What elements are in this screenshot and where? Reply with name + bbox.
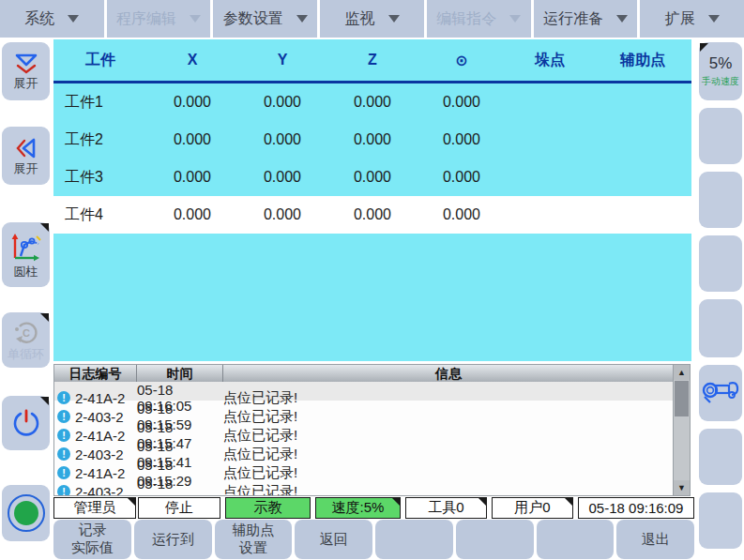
corner-marker bbox=[392, 498, 400, 506]
log-col-time: 时间 bbox=[137, 365, 223, 382]
menu-item-extension[interactable]: 扩展 bbox=[640, 0, 744, 38]
run-to-button[interactable]: 运行到 bbox=[134, 520, 212, 559]
x-value: 0.000 bbox=[147, 94, 237, 111]
log-code: 2-41A-2 bbox=[75, 428, 125, 444]
menu-item-program-edit: 程序编辑 bbox=[107, 0, 211, 38]
status-user[interactable]: 用户0 bbox=[492, 497, 573, 519]
info-balloon-icon: ! bbox=[57, 410, 70, 423]
col-header-y: Y bbox=[237, 52, 327, 68]
empty-function-button bbox=[456, 520, 534, 559]
log-message: 点位已记录! bbox=[223, 389, 673, 407]
corner-marker bbox=[478, 498, 486, 506]
expand-down-label: 展开 bbox=[14, 77, 38, 90]
menu-item-monitor[interactable]: 监视 bbox=[320, 0, 424, 38]
rotation-value: 0.000 bbox=[418, 206, 506, 223]
menu-item-run-prepare[interactable]: 运行准备 bbox=[534, 0, 638, 38]
single-cycle-button: C 单循环 bbox=[2, 312, 50, 368]
log-scrollbar[interactable]: ▲ ▼ bbox=[673, 365, 690, 495]
rotation-value: 0.000 bbox=[418, 131, 506, 148]
expand-left-label: 展开 bbox=[14, 162, 38, 175]
chevron-down-icon bbox=[708, 15, 720, 23]
menu-item-label: 系统 bbox=[24, 9, 54, 29]
manual-speed-label: 手动速度 bbox=[702, 75, 739, 88]
chevron-down-icon bbox=[296, 15, 308, 23]
z-value: 0.000 bbox=[327, 206, 418, 223]
green-status-light-icon bbox=[8, 494, 45, 532]
coordinate-system-button[interactable]: 圆柱 bbox=[2, 222, 50, 287]
robot-gripper-icon bbox=[701, 376, 740, 410]
menu-item-label: 扩展 bbox=[665, 9, 695, 29]
col-header-rotation: ⊙ bbox=[418, 52, 506, 69]
log-panel: 日志编号 时间 信息 !2-41A-2 05-18 09:16:05 点位已记录… bbox=[53, 364, 691, 496]
log-message: 点位已记录! bbox=[223, 446, 673, 463]
manual-speed-button[interactable]: 5% 手动速度 bbox=[699, 42, 742, 100]
log-col-message: 信息 bbox=[223, 365, 673, 382]
chevron-down-icon bbox=[190, 15, 201, 23]
menu-item-system[interactable]: 系统 bbox=[0, 0, 104, 38]
log-time: 05-18 09:15:17 bbox=[137, 494, 223, 495]
record-actual-value-button[interactable]: 记录 实际值 bbox=[53, 520, 131, 559]
single-cycle-icon: C bbox=[12, 320, 40, 346]
gripper-tool-button[interactable] bbox=[699, 365, 742, 421]
expand-left-button[interactable]: 展开 bbox=[2, 127, 50, 185]
corner-marker bbox=[40, 313, 49, 322]
exit-button[interactable]: 退出 bbox=[616, 520, 694, 559]
col-header-aux-point: 辅助点 bbox=[594, 51, 691, 70]
rotation-value: 0.000 bbox=[418, 94, 506, 111]
menu-item-label: 运行准备 bbox=[543, 9, 603, 29]
y-value: 0.000 bbox=[237, 169, 327, 186]
log-message: 点位已记录! bbox=[223, 408, 673, 426]
x-value: 0.000 bbox=[147, 206, 237, 223]
log-row[interactable]: !2-41A-2 05-18 09:16:05 点位已记录! bbox=[54, 382, 673, 401]
workpiece-name: 工件1 bbox=[53, 93, 147, 113]
expand-down-button[interactable]: 展开 bbox=[2, 42, 50, 100]
corner-marker bbox=[700, 43, 708, 52]
y-value: 0.000 bbox=[237, 131, 327, 148]
y-value: 0.000 bbox=[237, 206, 327, 223]
function-key-bar: 记录 实际值 运行到 辅助点 设置 返回 退出 bbox=[53, 520, 694, 559]
menu-item-label: 编辑指令 bbox=[436, 9, 496, 29]
corner-marker bbox=[565, 498, 572, 506]
table-row[interactable]: 工件2 0.000 0.000 0.000 0.000 bbox=[53, 121, 691, 159]
info-balloon-icon: ! bbox=[57, 485, 70, 495]
menu-item-label: 参数设置 bbox=[223, 9, 283, 29]
log-code: 2-403-2 bbox=[75, 484, 124, 496]
status-role[interactable]: 管理员 bbox=[53, 497, 136, 519]
run-status-indicator bbox=[2, 485, 50, 541]
empty-side-button bbox=[699, 172, 742, 228]
workpiece-name: 工件2 bbox=[53, 130, 147, 150]
empty-side-button bbox=[699, 492, 742, 549]
z-value: 0.000 bbox=[327, 131, 418, 148]
info-balloon-icon: ! bbox=[57, 391, 70, 404]
status-speed[interactable]: 速度:5% bbox=[315, 497, 401, 519]
servo-power-button[interactable] bbox=[2, 396, 50, 450]
menu-item-parameter-settings[interactable]: 参数设置 bbox=[213, 0, 317, 38]
chevron-down-icon bbox=[616, 15, 628, 23]
log-code: 2-41A-2 bbox=[75, 465, 125, 481]
svg-text:C: C bbox=[23, 327, 30, 339]
menubar: 系统 程序编辑 参数设置 监视 编辑指令 运行准备 扩展 bbox=[0, 0, 744, 38]
scrollbar-thumb[interactable] bbox=[675, 381, 689, 416]
col-header-x: X bbox=[147, 52, 237, 68]
table-row[interactable]: 工件1 0.000 0.000 0.000 0.000 bbox=[53, 83, 691, 121]
double-chevron-left-icon bbox=[14, 136, 38, 160]
log-code: 2-403-2 bbox=[75, 409, 124, 425]
double-chevron-down-icon bbox=[12, 53, 40, 75]
table-row-selected[interactable]: 工件4 0.000 0.000 0.000 0.000 bbox=[53, 196, 691, 234]
scroll-down-arrow-icon[interactable]: ▼ bbox=[674, 480, 690, 495]
back-button[interactable]: 返回 bbox=[295, 520, 372, 559]
empty-side-button bbox=[699, 235, 742, 292]
status-tool[interactable]: 工具0 bbox=[405, 497, 487, 519]
empty-side-button bbox=[699, 429, 742, 485]
col-header-z: Z bbox=[327, 52, 418, 68]
y-value: 0.000 bbox=[237, 94, 327, 111]
single-cycle-label: 单循环 bbox=[8, 348, 44, 361]
z-value: 0.000 bbox=[327, 94, 418, 111]
menu-item-edit-instruction: 编辑指令 bbox=[427, 0, 531, 38]
log-header: 日志编号 时间 信息 bbox=[54, 365, 673, 382]
status-datetime: 05-18 09:16:09 bbox=[578, 497, 694, 519]
robot-coordinate-axes-icon bbox=[9, 232, 43, 264]
aux-point-settings-button[interactable]: 辅助点 设置 bbox=[215, 520, 293, 559]
table-row[interactable]: 工件3 0.000 0.000 0.000 0.000 bbox=[53, 159, 691, 196]
scroll-up-arrow-icon[interactable]: ▲ bbox=[674, 365, 690, 380]
